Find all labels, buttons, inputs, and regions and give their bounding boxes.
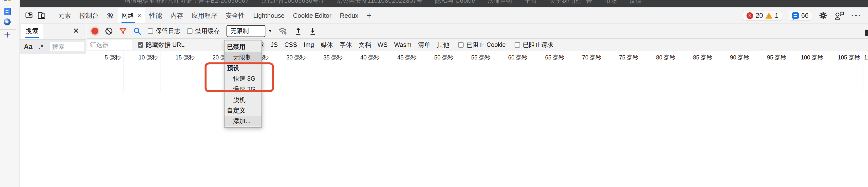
match-case-toggle[interactable]: Aa — [24, 43, 33, 51]
ruler-tick-label: 40 毫秒 — [360, 54, 379, 61]
ruler-tick: 90 毫秒 — [715, 51, 752, 92]
throttling-menu-item[interactable]: 已禁用 — [224, 42, 261, 52]
request-type-filter[interactable]: Img — [304, 41, 314, 48]
preserve-log-label: 保留日志 — [156, 27, 180, 35]
ruler-tick: 110 毫秒 — [863, 51, 868, 92]
filter-input[interactable] — [88, 40, 132, 50]
error-count: 20 — [755, 12, 763, 20]
devtools-tab[interactable]: 控制台 — [75, 8, 103, 23]
devtools-tab[interactable]: 应用程序 — [188, 8, 222, 23]
network-filter-bar: 隐藏数据 URL 全部XHRJSCSSImg媒体字体文档WSWasm清单其他 已… — [87, 39, 868, 51]
ruler-tick-label: 30 毫秒 — [286, 54, 306, 61]
add-app-button[interactable]: + — [3, 31, 11, 39]
clipped-app-icon-2 — [8, 0, 10, 1]
preserve-log-checkbox[interactable]: 保留日志 — [148, 27, 180, 35]
throttling-menu-item[interactable]: 添加... — [224, 116, 261, 126]
ruler-tick: 105 毫秒 — [826, 51, 863, 92]
throttling-menu-item[interactable]: 无限制 — [224, 52, 261, 63]
ruler-tick-label: 60 毫秒 — [508, 54, 527, 61]
globe-app-icon[interactable] — [4, 19, 10, 25]
devtools-tab[interactable]: 元素 — [54, 8, 75, 23]
regex-toggle[interactable]: .* — [39, 43, 43, 51]
devtools-tab[interactable]: 性能 — [145, 8, 166, 23]
checkbox-box — [148, 28, 153, 34]
ruler-tick-label: 100 毫秒 — [801, 54, 823, 61]
ruler-tick-label: 65 毫秒 — [545, 54, 564, 61]
tab-network-active[interactable]: 网络 × — [118, 8, 145, 23]
search-tab[interactable]: 搜索 — [21, 24, 43, 39]
devtools-status-cluster: ✕ 20 1 66 — [743, 10, 868, 21]
import-har-button[interactable] — [294, 27, 302, 35]
ruler-tick: 50 毫秒 — [419, 51, 456, 92]
ruler-tick: 15 毫秒 — [160, 51, 197, 92]
ruler-tick: 60 毫秒 — [493, 51, 530, 92]
feedback-person-icon[interactable] — [834, 11, 845, 20]
hide-data-url-label: 隐藏数据 URL — [146, 41, 185, 49]
ruler-tick: 95 毫秒 — [752, 51, 789, 92]
screen: + 增值电信业务经营许可证：合字B2-20090007 京ICP备1000903… — [0, 0, 868, 187]
request-type-filter[interactable]: Wasm — [394, 41, 411, 48]
tab-close-icon[interactable]: × — [137, 12, 141, 19]
import-icon — [294, 27, 302, 35]
waterfall-ruler: 5 毫秒 10 毫秒 15 毫秒 20 毫秒 25 毫秒 — [87, 51, 868, 92]
request-type-filter[interactable]: JS — [271, 41, 278, 48]
ruler-tick-label: 15 毫秒 — [176, 54, 195, 61]
devtools-tab[interactable]: 安全性 — [222, 8, 249, 23]
filter-toggle-button[interactable] — [119, 27, 127, 35]
ruler-tick: 70 毫秒 — [567, 51, 604, 92]
hide-data-url-checkbox[interactable]: 隐藏数据 URL — [138, 41, 185, 49]
settings-gear-icon[interactable] — [819, 11, 828, 20]
export-har-button[interactable] — [309, 27, 317, 35]
docs-app-icon[interactable] — [4, 8, 10, 15]
ruler-tick: 80 毫秒 — [641, 51, 678, 92]
device-toolbar-icon[interactable] — [37, 11, 46, 20]
page-footer-text: 增值电信业务经营许可证：合字B2-20090007 京ICP备10009030号… — [124, 0, 642, 5]
search-close-icon[interactable]: ✕ — [73, 26, 79, 35]
ruler-tick-label: 50 毫秒 — [434, 54, 454, 61]
ruler-tick-label: 95 毫秒 — [767, 54, 786, 61]
throttling-menu-item[interactable]: 脱机 — [224, 95, 261, 105]
request-type-filter[interactable]: 清单 — [418, 41, 430, 49]
devtools-tab[interactable]: Cookie Editor — [289, 8, 336, 23]
search-toolbar: Aa .* — [20, 39, 86, 54]
network-conditions-icon — [278, 26, 288, 36]
search-input[interactable] — [50, 42, 84, 51]
inspect-element-icon[interactable] — [25, 11, 34, 20]
more-options-icon[interactable] — [852, 15, 860, 16]
request-type-filter[interactable]: 媒体 — [321, 41, 333, 49]
blocked-requests-checkbox[interactable]: 已阻止请求 — [515, 41, 554, 49]
ruler-tick: 100 毫秒 — [789, 51, 826, 92]
search-icon — [133, 27, 142, 35]
more-tabs-button[interactable]: + — [363, 10, 376, 21]
network-conditions-button[interactable] — [278, 26, 288, 36]
request-type-filter[interactable]: 文档 — [359, 41, 371, 49]
issues-badge[interactable]: 66 — [788, 10, 812, 21]
devtools-tab[interactable]: 源 — [103, 8, 118, 23]
checkbox-box — [187, 28, 192, 34]
devtools-tab[interactable]: Lighthouse — [249, 8, 289, 23]
request-type-filter[interactable]: CSS — [284, 41, 297, 48]
devtools-tab[interactable]: Redux — [336, 8, 363, 23]
issues-count: 66 — [801, 12, 809, 20]
throttling-menu-item[interactable]: 自定义 — [224, 105, 261, 116]
errors-warnings-badge[interactable]: ✕ 20 1 — [743, 10, 782, 21]
error-icon: ✕ — [746, 12, 753, 19]
ruler-tick: 75 毫秒 — [604, 51, 641, 92]
select-caret-icon[interactable]: ▼ — [268, 29, 272, 33]
request-type-filter[interactable]: WS — [378, 41, 388, 48]
ruler-tick-label: 105 毫秒 — [838, 54, 860, 61]
clear-button[interactable] — [105, 27, 113, 35]
tab-network-label: 网络 — [122, 11, 134, 20]
ruler-tick-label: 5 毫秒 — [105, 54, 121, 61]
checkbox-box — [515, 42, 520, 48]
network-toolbar: 保留日志 禁用缓存 无限制 ▼ — [87, 23, 868, 39]
request-type-filter[interactable]: 其他 — [437, 41, 449, 49]
network-search-button[interactable] — [133, 27, 142, 35]
request-type-filter[interactable]: 字体 — [340, 41, 352, 49]
disable-cache-checkbox[interactable]: 禁用缓存 — [187, 27, 220, 35]
blocked-cookies-checkbox[interactable]: 已阻止 Cookie — [458, 41, 506, 49]
throttling-select[interactable]: 无限制 — [226, 25, 266, 37]
record-button[interactable] — [91, 28, 98, 34]
ruler-tick: 55 毫秒 — [456, 51, 493, 92]
devtools-tab[interactable]: 内存 — [166, 8, 188, 23]
